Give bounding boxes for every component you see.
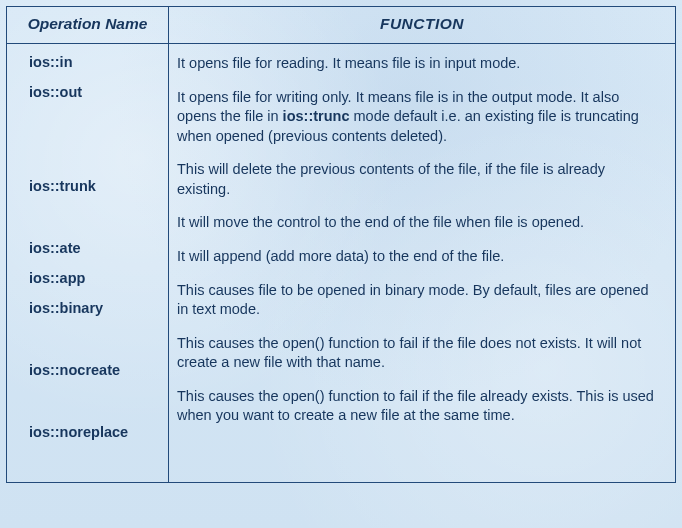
op-desc: This will delete the previous contents o… — [177, 160, 661, 199]
op-name: ios::trunk — [29, 178, 163, 226]
op-desc: This causes the open() function to fail … — [177, 387, 661, 426]
op-desc: This causes file to be opened in binary … — [177, 281, 661, 320]
op-name: ios::nocreate — [29, 362, 163, 410]
op-desc: It opens file for reading. It means file… — [177, 54, 661, 74]
operation-names-cell: ios::in ios::outspacer linespacer linesp… — [7, 44, 169, 483]
op-desc: This causes the open() function to fail … — [177, 334, 661, 373]
header-function: FUNCTION — [169, 7, 676, 44]
op-desc: It opens file for writing only. It means… — [177, 88, 661, 147]
file-modes-table: Operation Name FUNCTION ios::in ios::out… — [6, 6, 676, 483]
function-descriptions-cell: It opens file for reading. It means file… — [169, 44, 676, 483]
op-name: ios::ate — [29, 240, 163, 256]
table-header-row: Operation Name FUNCTION — [7, 7, 676, 44]
table-body-row: ios::in ios::outspacer linespacer linesp… — [7, 44, 676, 483]
op-name: ios::binary — [29, 300, 163, 348]
op-desc: It will move the control to the end of t… — [177, 213, 661, 233]
op-name: ios::app — [29, 270, 163, 286]
op-desc: It will append (add more data) to the en… — [177, 247, 661, 267]
op-name: ios::out — [29, 84, 163, 164]
op-name: ios::noreplace — [29, 424, 163, 472]
op-name: ios::in — [29, 54, 163, 70]
header-operation: Operation Name — [7, 7, 169, 44]
